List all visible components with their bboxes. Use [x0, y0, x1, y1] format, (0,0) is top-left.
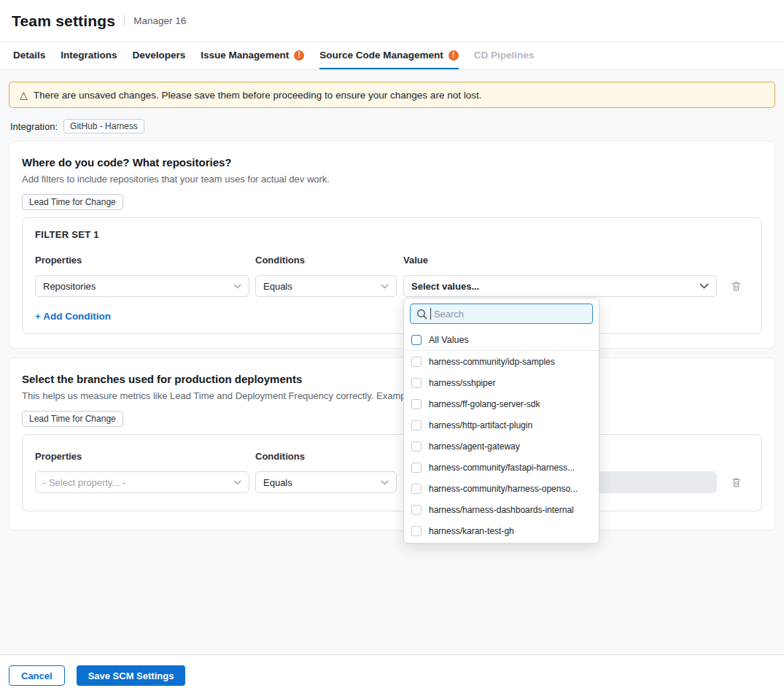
list-item-label: harness/agent-gateway	[429, 441, 520, 452]
list-item-label: harness-community/harness-openso...	[429, 484, 578, 494]
integration-chip[interactable]: GitHub - Harness	[63, 119, 144, 134]
save-scm-settings-button[interactable]: Save SCM Settings	[77, 665, 186, 686]
filter-row: Repositories Equals Select values...	[35, 275, 749, 297]
conditions-label: Conditions	[255, 451, 397, 462]
list-item[interactable]: harness/internal-grid-dashboard	[404, 541, 599, 544]
filter-row: - Select property... - Equals	[35, 471, 749, 493]
list-item[interactable]: harness/ff-golang-server-sdk	[404, 393, 599, 414]
page-subtitle: Manager 16	[124, 15, 186, 26]
delete-filter-button[interactable]	[730, 280, 742, 293]
branches-section: Select the branches used for production …	[9, 357, 775, 530]
footer-actions: Cancel Save SCM Settings	[9, 665, 185, 686]
search-input[interactable]	[434, 309, 586, 320]
properties-label: Properties	[35, 451, 249, 462]
chevron-down-icon	[699, 283, 709, 289]
lead-time-chip: Lead Time for Change	[22, 194, 123, 210]
warning-badge-icon: !	[294, 50, 304, 61]
footer-divider	[0, 654, 784, 655]
checkbox[interactable]	[411, 463, 422, 473]
list-item-label: harness-community/fastapi-harness...	[429, 463, 575, 473]
integration-label: Integration:	[10, 121, 58, 132]
add-condition-button[interactable]: + Add Condition	[35, 311, 749, 322]
value-label: Value	[403, 255, 717, 266]
delete-filter-button[interactable]	[730, 476, 742, 489]
list-item[interactable]: harness/karan-test-gh	[404, 520, 599, 541]
list-item[interactable]: harness/harness-dashboards-internal	[404, 499, 599, 520]
condition-select[interactable]: Equals	[255, 471, 397, 493]
checkbox[interactable]	[411, 357, 422, 367]
search-icon	[416, 309, 427, 320]
checkbox[interactable]	[411, 484, 422, 494]
list-item-label: harness/harness-dashboards-internal	[429, 505, 574, 515]
value-select-dropdown: All Values harness-community/idp-samples…	[403, 298, 599, 544]
warning-badge-icon: !	[449, 50, 459, 61]
tab-developers[interactable]: Developers	[133, 42, 186, 69]
page-title: Team settings	[12, 12, 115, 30]
unsaved-changes-banner: △ There are unsaved changes. Please save…	[9, 82, 775, 108]
chevron-down-icon	[381, 480, 389, 485]
list-item[interactable]: harness-community/idp-samples	[404, 351, 599, 372]
property-select[interactable]: - Select property... -	[35, 471, 249, 493]
checkbox[interactable]	[411, 441, 422, 452]
checkbox[interactable]	[411, 420, 422, 430]
list-item-label: harness-community/idp-samples	[429, 357, 555, 367]
list-item-label: harness/karan-test-gh	[429, 526, 514, 536]
banner-text: There are unsaved changes. Please save t…	[34, 90, 482, 101]
filter-column-labels: Properties Conditions	[35, 451, 749, 462]
chevron-down-icon	[233, 284, 241, 289]
filter-set-branches: Properties Conditions - Select property.…	[22, 434, 762, 511]
trash-icon	[730, 476, 742, 489]
list-item-label: harness/http-artifact-plugin	[429, 420, 532, 430]
list-item[interactable]: harness/sshpiper	[404, 372, 599, 393]
tab-source-code-management[interactable]: Source Code Management !	[319, 42, 459, 69]
list-item[interactable]: harness/agent-gateway	[404, 436, 599, 457]
list-item[interactable]: harness/http-artifact-plugin	[404, 414, 599, 436]
cancel-button[interactable]: Cancel	[9, 665, 65, 686]
repositories-section: Where do you code? What repositories? Ad…	[9, 141, 775, 349]
page-header: Team settings Manager 16	[0, 0, 784, 42]
warning-triangle-icon: △	[20, 90, 28, 100]
lead-time-chip: Lead Time for Change	[22, 411, 123, 427]
checkbox[interactable]	[411, 526, 422, 536]
all-values-label: All Values	[429, 335, 469, 345]
tab-details[interactable]: Details	[13, 42, 45, 69]
all-values-option[interactable]: All Values	[404, 329, 599, 351]
filter-column-labels: Properties Conditions Value	[35, 255, 749, 266]
chevron-down-icon	[233, 480, 241, 485]
list-item-label: harness/ff-golang-server-sdk	[429, 399, 540, 409]
section-subtitle: This helps us measure metrics like Lead …	[22, 390, 762, 401]
team-settings-page: Team settings Manager 16 Details Integra…	[0, 0, 784, 696]
tab-issue-management[interactable]: Issue Management !	[201, 42, 304, 69]
dropdown-search[interactable]	[410, 303, 593, 324]
dropdown-list: harness-community/idp-samples harness/ss…	[404, 351, 599, 544]
section-subtitle: Add filters to include repositories that…	[22, 174, 762, 185]
list-item[interactable]: harness-community/harness-openso...	[404, 478, 599, 499]
chevron-down-icon	[381, 284, 389, 289]
properties-label: Properties	[35, 255, 249, 266]
property-select[interactable]: Repositories	[35, 275, 249, 297]
integration-row: Integration: GitHub - Harness	[10, 119, 144, 134]
filter-set-1: FILTER SET 1 Properties Conditions Value…	[22, 217, 762, 334]
checkbox[interactable]	[411, 335, 422, 345]
list-item[interactable]: harness-community/fastapi-harness...	[404, 457, 599, 478]
tab-integrations[interactable]: Integrations	[61, 42, 117, 69]
text-cursor	[430, 308, 431, 320]
section-title: Select the branches used for production …	[22, 373, 762, 385]
checkbox[interactable]	[411, 399, 422, 409]
filter-set-title: FILTER SET 1	[35, 229, 749, 240]
trash-icon	[730, 280, 742, 293]
value-select[interactable]: Select values...	[403, 275, 717, 297]
tab-cd-pipelines: CD Pipelines	[474, 42, 535, 69]
list-item-label: harness/sshpiper	[429, 378, 495, 388]
condition-select[interactable]: Equals	[255, 275, 397, 297]
checkbox[interactable]	[411, 378, 422, 388]
section-title: Where do you code? What repositories?	[22, 156, 762, 169]
checkbox[interactable]	[411, 505, 422, 515]
conditions-label: Conditions	[255, 255, 397, 266]
tab-bar: Details Integrations Developers Issue Ma…	[0, 42, 784, 70]
